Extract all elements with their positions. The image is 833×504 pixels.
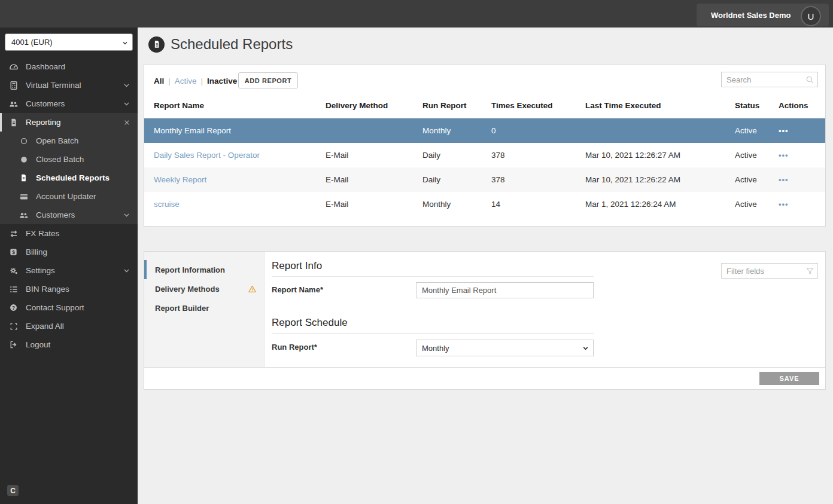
detail-footer: SAVE (144, 367, 825, 389)
page-header: Scheduled Reports (148, 36, 293, 53)
sidebar-item-label: Virtual Terminal (26, 81, 81, 90)
cell-status: Active (735, 118, 757, 143)
table-row[interactable]: scruise E-Mail Monthly 14 Mar 1, 2021 12… (144, 192, 825, 216)
row-actions-button[interactable]: ••• (779, 118, 789, 143)
fx-swap-icon (8, 229, 19, 239)
sidebar-item-label: Billing (26, 248, 47, 256)
cell-status: Active (735, 192, 757, 216)
save-button[interactable]: SAVE (759, 372, 819, 385)
cell-report-name[interactable]: scruise (154, 192, 180, 216)
top-bar: Worldnet Sales Demo U (0, 0, 833, 28)
page-title: Scheduled Reports (171, 36, 293, 53)
add-report-button[interactable]: ADD REPORT (238, 72, 298, 88)
sidebar-item-billing[interactable]: $ Billing (0, 243, 138, 261)
sidebar-item-label: Customers (26, 99, 65, 108)
close-icon[interactable] (123, 119, 130, 126)
row-actions-button[interactable]: ••• (779, 192, 789, 216)
report-detail-panel: Report Information Delivery Methods Repo… (144, 251, 826, 390)
cell-times-executed: 378 (491, 143, 505, 167)
tab-report-builder[interactable]: Report Builder (144, 298, 264, 317)
sidebar-item-expand-all[interactable]: Expand All (0, 317, 138, 335)
filter-active[interactable]: Active (175, 77, 197, 85)
sidebar-item-logout[interactable]: Logout (0, 335, 138, 354)
cell-delivery-method: E-Mail (326, 192, 348, 216)
sidebar-item-customers-sub[interactable]: Customers (0, 206, 138, 224)
open-circle-icon (19, 136, 29, 146)
column-header: Times Executed (491, 93, 553, 118)
sidebar-item-virtual-terminal[interactable]: Virtual Terminal (0, 76, 138, 94)
cell-report-name[interactable]: Weekly Report (154, 167, 206, 192)
cell-times-executed: 14 (491, 192, 500, 216)
cookie-badge[interactable]: C (7, 485, 19, 496)
filter-separator: | (201, 77, 203, 85)
section-title-report-schedule: Report Schedule (272, 317, 348, 329)
warning-icon (248, 285, 257, 294)
sidebar-item-label: Closed Batch (36, 155, 84, 164)
chevron-down-icon[interactable] (123, 81, 130, 89)
svg-text:?: ? (12, 305, 15, 311)
search-box (721, 72, 818, 87)
run-report-select-wrap: Monthly (416, 340, 594, 356)
sidebar: 4001 (EUR) Dashboard Virtual Terminal (0, 28, 138, 504)
cell-delivery-method: E-Mail (326, 143, 348, 167)
table-row[interactable]: Monthly Email Report Monthly 0 Active ••… (144, 118, 825, 143)
account-name: Worldnet Sales Demo (711, 11, 791, 20)
sidebar-item-label: BIN Ranges (26, 285, 69, 294)
cell-run-report: Daily (422, 167, 440, 192)
tab-report-information[interactable]: Report Information (144, 260, 264, 279)
cell-report-name[interactable]: Monthly Email Report (154, 118, 231, 143)
card-icon (19, 192, 29, 201)
sidebar-item-label: Reporting (26, 118, 61, 127)
sidebar-item-label: Expand All (26, 322, 64, 331)
terminal-select-wrap: 4001 (EUR) (5, 33, 133, 51)
sidebar-item-label: Logout (26, 340, 50, 349)
filter-funnel-icon (805, 267, 814, 278)
search-input[interactable] (722, 72, 817, 87)
table-header: Report Name Delivery Method Run Report T… (144, 93, 825, 118)
sidebar-item-reporting[interactable]: Reporting (0, 113, 138, 132)
chevron-down-icon[interactable] (123, 100, 130, 108)
row-actions-button[interactable]: ••• (779, 167, 789, 192)
sidebar-item-bin-ranges[interactable]: BIN Ranges (0, 280, 138, 298)
sidebar-item-account-updater[interactable]: Account Updater (0, 187, 138, 206)
cell-delivery-method: E-Mail (326, 167, 348, 192)
help-icon: ? (8, 303, 19, 313)
table-row[interactable]: Daily Sales Report - Operator E-Mail Dai… (144, 143, 825, 167)
terminal-select[interactable]: 4001 (EUR) (5, 33, 133, 51)
cell-report-name[interactable]: Daily Sales Report - Operator (154, 143, 260, 167)
report-name-field[interactable] (416, 282, 594, 298)
detail-tab-menu: Report Information Delivery Methods Repo… (144, 252, 265, 368)
sidebar-item-settings[interactable]: Settings (0, 261, 138, 280)
chevron-down-icon[interactable] (123, 211, 130, 219)
filter-fields-input[interactable] (722, 264, 817, 278)
sidebar-item-fx-rates[interactable]: FX Rates (0, 224, 138, 243)
user-avatar[interactable]: U (801, 6, 821, 26)
column-header: Report Name (154, 93, 204, 118)
sidebar-item-contact-support[interactable]: ? Contact Support (0, 298, 138, 317)
sidebar-item-closed-batch[interactable]: Closed Batch (0, 150, 138, 169)
section-divider (272, 276, 594, 277)
sidebar-item-dashboard[interactable]: Dashboard (0, 57, 138, 76)
sidebar-reporting-group: Reporting Open Batch Closed Batch (0, 113, 138, 224)
search-icon (805, 75, 814, 87)
cell-run-report: Daily (422, 143, 440, 167)
run-report-select[interactable]: Monthly (416, 340, 594, 356)
chevron-down-icon[interactable] (123, 267, 130, 274)
customers-icon (19, 210, 29, 220)
sidebar-item-open-batch[interactable]: Open Batch (0, 132, 138, 150)
filter-fields-box (721, 263, 818, 279)
account-menu[interactable]: Worldnet Sales Demo U (697, 4, 829, 26)
sidebar-item-label: Account Updater (36, 192, 96, 201)
row-actions-button[interactable]: ••• (779, 143, 789, 167)
sidebar-item-customers[interactable]: Customers (0, 94, 138, 113)
cell-times-executed: 0 (491, 118, 496, 143)
table-row[interactable]: Weekly Report E-Mail Daily 378 Mar 10, 2… (144, 167, 825, 192)
billing-icon: $ (8, 248, 19, 257)
tab-delivery-methods[interactable]: Delivery Methods (144, 279, 264, 298)
filter-inactive[interactable]: Inactive (207, 77, 237, 85)
cell-run-report: Monthly (422, 118, 451, 143)
cell-last-executed: Mar 10, 2021 12:26:22 AM (585, 167, 680, 192)
sidebar-item-scheduled-reports[interactable]: Scheduled Reports (0, 169, 138, 187)
sidebar-item-label: Settings (26, 266, 55, 275)
filter-all[interactable]: All (154, 77, 164, 85)
